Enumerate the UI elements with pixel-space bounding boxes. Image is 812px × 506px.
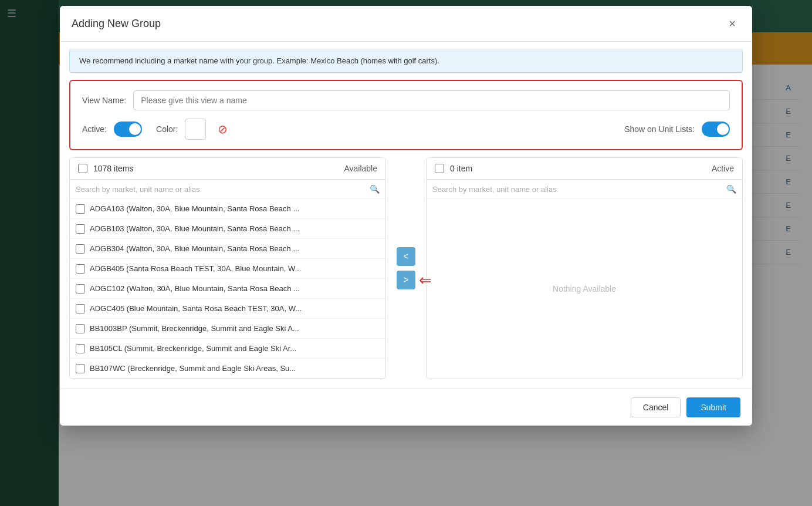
active-label: Active: bbox=[82, 124, 107, 134]
color-picker-box[interactable] bbox=[185, 119, 206, 140]
item-checkbox[interactable] bbox=[76, 344, 85, 353]
modal-footer: Cancel Submit bbox=[60, 389, 752, 426]
list-item: ADGC405 (Blue Mountain, Santa Rosa Beach… bbox=[70, 299, 385, 319]
list-item: ADGA103 (Walton, 30A, Blue Mountain, San… bbox=[70, 199, 385, 219]
list-item: ADGB304 (Walton, 30A, Blue Mountain, San… bbox=[70, 239, 385, 259]
active-search-input[interactable] bbox=[432, 185, 722, 194]
available-label: Available bbox=[344, 164, 377, 173]
list-item: BB105CL (Summit, Breckenridge, Summit an… bbox=[70, 339, 385, 359]
active-count: 0 item bbox=[450, 164, 706, 173]
available-select-all-checkbox[interactable] bbox=[78, 164, 87, 173]
view-name-input[interactable] bbox=[133, 90, 730, 110]
item-label: ADGC102 (Walton, 30A, Blue Mountain, San… bbox=[90, 284, 300, 293]
transfer-buttons-container: < > ⇐ bbox=[393, 157, 419, 379]
form-section: View Name: Active: Color: ⊘ Show on U bbox=[69, 80, 743, 150]
modal-header: Adding New Group × bbox=[60, 6, 752, 42]
no-color-icon[interactable]: ⊘ bbox=[218, 122, 228, 136]
modal-close-button[interactable]: × bbox=[724, 15, 740, 32]
cancel-button[interactable]: Cancel bbox=[631, 397, 681, 417]
active-select-all-checkbox[interactable] bbox=[435, 164, 444, 173]
transfer-right-button[interactable]: > bbox=[397, 271, 415, 289]
color-row: ⊘ bbox=[185, 119, 620, 140]
item-checkbox[interactable] bbox=[76, 304, 85, 313]
item-checkbox[interactable] bbox=[76, 244, 85, 254]
lists-container: 1078 items Available 🔍 ADGA103 (Walton, … bbox=[69, 157, 743, 379]
active-toggle[interactable] bbox=[114, 122, 142, 137]
list-item: ADGB405 (Santa Rosa Beach TEST, 30A, Blu… bbox=[70, 259, 385, 279]
show-unit-lists-toggle[interactable] bbox=[702, 122, 730, 137]
transfer-left-button[interactable]: < bbox=[397, 247, 415, 266]
modal-title: Adding New Group bbox=[72, 18, 161, 30]
item-checkbox[interactable] bbox=[76, 224, 85, 234]
adding-new-group-modal: Adding New Group × We recommend includin… bbox=[60, 6, 752, 426]
item-checkbox[interactable] bbox=[76, 264, 85, 274]
available-search-icon: 🔍 bbox=[370, 184, 380, 194]
available-items-list: ADGA103 (Walton, 30A, Blue Mountain, San… bbox=[70, 199, 385, 379]
active-label: Active bbox=[712, 164, 734, 173]
list-item: BB107WC (Breckenridge, Summit and Eagle … bbox=[70, 359, 385, 379]
color-label: Color: bbox=[156, 124, 178, 134]
available-search-bar: 🔍 bbox=[70, 180, 385, 199]
view-name-label: View Name: bbox=[82, 96, 126, 105]
active-items-list: Nothing Available bbox=[427, 199, 742, 379]
available-panel: 1078 items Available 🔍 ADGA103 (Walton, … bbox=[69, 157, 386, 379]
item-checkbox[interactable] bbox=[76, 284, 85, 294]
active-search-bar: 🔍 bbox=[427, 180, 742, 199]
info-banner: We recommend including a market name wit… bbox=[69, 49, 743, 73]
item-label: ADGA103 (Walton, 30A, Blue Mountain, San… bbox=[90, 204, 299, 213]
item-label: BB1003BP (Summit, Breckenridge, Summit a… bbox=[90, 324, 299, 333]
item-label: ADGB405 (Santa Rosa Beach TEST, 30A, Blu… bbox=[90, 264, 301, 273]
item-checkbox[interactable] bbox=[76, 364, 85, 373]
item-checkbox[interactable] bbox=[76, 204, 85, 214]
item-checkbox[interactable] bbox=[76, 324, 85, 333]
active-search-icon: 🔍 bbox=[726, 184, 736, 194]
show-unit-lists-label: Show on Unit Lists: bbox=[624, 124, 695, 134]
item-label: ADGB304 (Walton, 30A, Blue Mountain, San… bbox=[90, 244, 299, 253]
modal-overlay: Adding New Group × We recommend includin… bbox=[0, 0, 812, 506]
show-unit-lists-toggle-slider bbox=[702, 122, 730, 137]
available-count: 1078 items bbox=[93, 164, 338, 173]
list-item: BB1003BP (Summit, Breckenridge, Summit a… bbox=[70, 319, 385, 339]
item-label: BB107WC (Breckenridge, Summit and Eagle … bbox=[90, 364, 296, 373]
options-row: Active: Color: ⊘ Show on Unit Lists: bbox=[82, 119, 730, 140]
active-panel: 0 item Active 🔍 Nothing Available bbox=[426, 157, 743, 379]
item-label: ADGC405 (Blue Mountain, Santa Rosa Beach… bbox=[90, 304, 302, 313]
submit-button[interactable]: Submit bbox=[686, 397, 740, 417]
item-label: BB105CL (Summit, Breckenridge, Summit an… bbox=[90, 344, 296, 353]
view-name-row: View Name: bbox=[82, 90, 730, 110]
nothing-available-text: Nothing Available bbox=[427, 199, 742, 379]
list-item: ADGB103 (Walton, 30A, Blue Mountain, San… bbox=[70, 219, 385, 239]
available-search-input[interactable] bbox=[76, 185, 365, 194]
item-label: ADGB103 (Walton, 30A, Blue Mountain, San… bbox=[90, 224, 299, 233]
available-panel-header: 1078 items Available bbox=[70, 158, 385, 180]
active-panel-header: 0 item Active bbox=[427, 158, 742, 180]
active-toggle-slider bbox=[114, 122, 142, 137]
list-item: ADGC102 (Walton, 30A, Blue Mountain, San… bbox=[70, 279, 385, 299]
